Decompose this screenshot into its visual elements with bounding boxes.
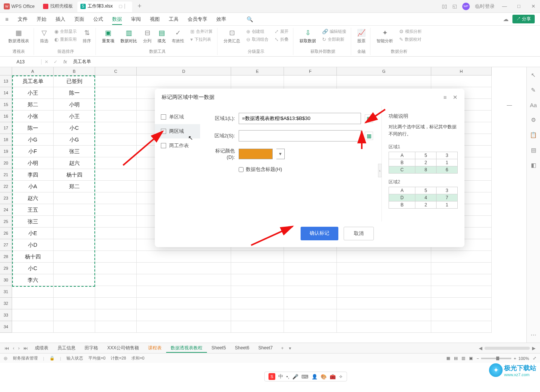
ime-punct-icon[interactable]: •, bbox=[286, 374, 289, 380]
cell[interactable]: 小明 bbox=[54, 99, 95, 111]
mark-color-swatch[interactable] bbox=[239, 149, 273, 159]
menu-工具[interactable]: 工具 bbox=[169, 16, 179, 22]
cell[interactable] bbox=[95, 146, 137, 157]
cell[interactable] bbox=[431, 274, 492, 286]
cell[interactable] bbox=[137, 274, 231, 286]
cell[interactable] bbox=[284, 309, 337, 321]
cell[interactable] bbox=[95, 192, 137, 204]
cell[interactable] bbox=[337, 309, 431, 321]
cell[interactable] bbox=[431, 298, 492, 309]
cell[interactable]: 已签到 bbox=[54, 75, 95, 87]
sheet-tab-Sheet7[interactable]: Sheet7 bbox=[254, 344, 277, 352]
row-header[interactable]: 22 bbox=[0, 181, 12, 192]
cell[interactable] bbox=[95, 134, 137, 146]
cell[interactable] bbox=[54, 251, 95, 263]
home-tab[interactable]: W WPS Office bbox=[2, 1, 39, 12]
cell[interactable] bbox=[337, 298, 431, 309]
cell[interactable] bbox=[337, 251, 431, 263]
row-header[interactable]: 17 bbox=[0, 122, 12, 134]
reader-mode-icon[interactable]: ▯▯ bbox=[442, 3, 447, 9]
dialog-close-icon[interactable]: ✕ bbox=[453, 94, 458, 101]
cell[interactable] bbox=[137, 251, 231, 263]
cell[interactable] bbox=[431, 321, 492, 333]
sheet-tab-数据透视表教程[interactable]: 数据透视表教程 bbox=[166, 344, 207, 353]
cell[interactable] bbox=[54, 274, 95, 286]
audit-button[interactable]: ✎数据校对 bbox=[398, 36, 423, 43]
cloud-icon[interactable]: ☁ bbox=[503, 16, 509, 23]
cell[interactable]: 王五 bbox=[12, 204, 54, 216]
cell[interactable] bbox=[231, 321, 284, 333]
zoom-out-button[interactable]: − bbox=[477, 356, 479, 361]
cell[interactable] bbox=[231, 286, 284, 298]
fullscreen-icon[interactable]: ⤢ bbox=[533, 356, 536, 361]
search-icon[interactable]: 🔍 bbox=[247, 16, 253, 22]
cube-icon[interactable]: ◱ bbox=[452, 3, 457, 9]
cell[interactable]: 小G bbox=[54, 134, 95, 146]
cell[interactable]: 小王 bbox=[54, 111, 95, 122]
cell[interactable] bbox=[95, 87, 137, 99]
ime-toolbox-icon[interactable]: 🧰 bbox=[330, 374, 336, 380]
file-menu[interactable]: 文件 bbox=[18, 16, 28, 23]
sheet-tab-XXX公司销售额[interactable]: XXX公司销售额 bbox=[103, 344, 143, 352]
workbook-manager-icon[interactable]: ◎ bbox=[4, 356, 8, 361]
fx-icon[interactable]: fx bbox=[60, 59, 71, 65]
cell[interactable]: 小张 bbox=[12, 111, 54, 122]
region2-picker-icon[interactable]: ▦ bbox=[365, 132, 373, 140]
cell[interactable] bbox=[284, 321, 337, 333]
cell[interactable] bbox=[284, 286, 337, 298]
hscrollbar[interactable] bbox=[484, 347, 530, 350]
row-header[interactable]: 26 bbox=[0, 228, 12, 239]
ime-toolbar[interactable]: S 中 •, 🎤 ⌨ 👤 🎨 🧰 ✧ bbox=[264, 372, 347, 381]
edit-link-button[interactable]: 🔗编辑链接 bbox=[321, 28, 348, 35]
cell[interactable]: 张三 bbox=[54, 146, 95, 157]
cell[interactable] bbox=[337, 286, 431, 298]
sheet-tab-课程表[interactable]: 课程表 bbox=[143, 344, 166, 352]
cell[interactable]: 小C bbox=[54, 122, 95, 134]
clipboard-icon[interactable]: 📋 bbox=[530, 132, 537, 138]
cell[interactable] bbox=[137, 309, 231, 321]
row-header[interactable]: 18 bbox=[0, 134, 12, 146]
cell[interactable]: 陈一 bbox=[54, 87, 95, 99]
cell[interactable] bbox=[54, 192, 95, 204]
mark-color-dropdown[interactable]: ▾ bbox=[276, 149, 285, 159]
options-icon[interactable]: ⋯ bbox=[531, 331, 536, 338]
subtotal-button[interactable]: ⊡分类汇总 bbox=[222, 28, 242, 45]
cell[interactable] bbox=[137, 321, 231, 333]
consolidate-button[interactable]: ⊞合并计算 bbox=[189, 28, 214, 35]
tab-first-icon[interactable]: ⏮ bbox=[3, 346, 11, 351]
dialog-side-2[interactable]: 两工作表 bbox=[155, 138, 200, 153]
cell[interactable] bbox=[337, 274, 431, 286]
dialog-side-0[interactable]: 单区域 bbox=[155, 110, 200, 124]
cell[interactable] bbox=[431, 309, 492, 321]
fill-button[interactable]: ▤填充 bbox=[156, 28, 167, 45]
cell[interactable] bbox=[95, 181, 137, 192]
cell[interactable]: 李六 bbox=[12, 274, 54, 286]
pivot-table-button[interactable]: ▦数据透视表 bbox=[7, 28, 31, 45]
cell[interactable] bbox=[54, 263, 95, 274]
cell[interactable] bbox=[54, 239, 95, 251]
cell[interactable] bbox=[284, 75, 337, 87]
cell[interactable] bbox=[95, 228, 137, 239]
region1-picker-icon[interactable]: ▦ bbox=[365, 114, 373, 123]
menu-数据[interactable]: 数据 bbox=[112, 16, 122, 25]
cell[interactable] bbox=[12, 309, 54, 321]
row-header[interactable]: 13 bbox=[0, 75, 12, 87]
col-header-H[interactable]: H bbox=[431, 67, 492, 75]
view-read-icon[interactable]: ▣ bbox=[469, 356, 473, 361]
cell[interactable] bbox=[95, 239, 137, 251]
row-header[interactable]: 32 bbox=[0, 298, 12, 309]
cell[interactable] bbox=[431, 75, 492, 87]
region2-input[interactable] bbox=[239, 130, 361, 141]
row-header[interactable]: 24 bbox=[0, 204, 12, 216]
menu-效率[interactable]: 效率 bbox=[216, 16, 226, 22]
help-collapse-icon[interactable]: ‹ bbox=[378, 164, 382, 177]
cell[interactable]: 杨十四 bbox=[54, 169, 95, 181]
cell[interactable] bbox=[231, 309, 284, 321]
cell[interactable]: 小王 bbox=[12, 87, 54, 99]
expand-button[interactable]: ⤢展开 bbox=[273, 28, 290, 35]
menu-开始[interactable]: 开始 bbox=[37, 16, 46, 22]
row-header[interactable]: 31 bbox=[0, 286, 12, 298]
sheet-tab-Sheet5[interactable]: Sheet5 bbox=[207, 344, 230, 352]
style-icon[interactable]: ✎ bbox=[531, 87, 536, 94]
cell[interactable]: 小G bbox=[12, 134, 54, 146]
